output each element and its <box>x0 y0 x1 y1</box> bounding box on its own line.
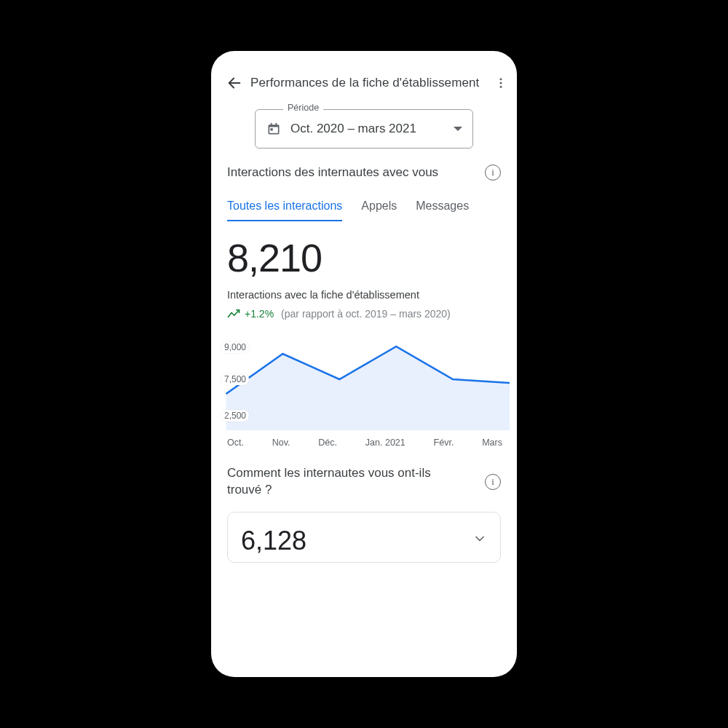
interactions-total: 8,210 <box>227 235 501 280</box>
tab-all-interactions[interactable]: Toutes les interactions <box>227 199 342 221</box>
arrow-left-icon <box>226 75 242 91</box>
calendar-icon <box>266 121 282 137</box>
interactions-chart: 9,000 7,500 2,500 Oct. Nov. Déc. Jan. 20… <box>211 336 510 452</box>
trend-value: +1.2% <box>245 308 274 320</box>
svg-rect-5 <box>271 123 272 126</box>
x-tick: Oct. <box>227 438 244 448</box>
y-tick-9000: 9,000 <box>221 341 249 353</box>
tab-messages[interactable]: Messages <box>416 199 469 221</box>
x-tick: Déc. <box>318 438 337 448</box>
more-vert-icon <box>494 76 507 90</box>
period-value: Oct. 2020 – mars 2021 <box>290 122 454 136</box>
info-icon[interactable]: i <box>485 165 501 181</box>
svg-rect-6 <box>276 123 277 126</box>
x-tick: Mars <box>482 438 502 448</box>
svg-point-0 <box>500 78 502 80</box>
svg-rect-7 <box>270 128 272 130</box>
period-selector[interactable]: Période Oct. 2020 – mars 2021 <box>255 109 473 149</box>
y-tick-2500: 2,500 <box>221 410 249 422</box>
x-tick: Nov. <box>272 438 290 448</box>
x-tick: Jan. 2021 <box>365 438 405 448</box>
period-label: Période <box>283 103 323 113</box>
trend-compare: (par rapport à oct. 2019 – mars 2020) <box>281 308 451 320</box>
interactions-heading: Interactions des internautes avec vous <box>227 165 438 180</box>
chevron-down-icon <box>472 531 487 549</box>
page-title: Performances de la fiche d'établissement <box>245 76 494 90</box>
interactions-subtitle: Interactions avec la fiche d'établisseme… <box>227 289 501 301</box>
chart-area <box>226 347 510 430</box>
how-found-card[interactable]: 6,128 <box>227 512 501 563</box>
tabs: Toutes les interactions Appels Messages <box>227 199 501 222</box>
more-menu-button[interactable] <box>494 73 508 93</box>
back-button[interactable] <box>224 73 245 93</box>
info-icon[interactable]: i <box>485 474 501 490</box>
how-found-value: 6,128 <box>241 526 306 556</box>
interactions-section: Interactions des internautes avec vous i… <box>211 165 517 320</box>
x-tick: Févr. <box>434 438 454 448</box>
how-found-heading: Comment les internautes vous ont-ils tro… <box>227 465 446 499</box>
caret-down-icon <box>454 127 462 131</box>
trend-row: +1.2% (par rapport à oct. 2019 – mars 20… <box>227 308 501 320</box>
phone-frame: Performances de la fiche d'établissement… <box>211 51 517 677</box>
x-axis-labels: Oct. Nov. Déc. Jan. 2021 Févr. Mars <box>211 433 510 448</box>
app-bar: Performances de la fiche d'établissement <box>211 67 517 105</box>
y-tick-7500: 7,500 <box>221 373 249 385</box>
svg-point-2 <box>500 86 502 88</box>
trend-up-icon <box>227 309 240 319</box>
svg-point-1 <box>500 82 502 84</box>
how-found-section: Comment les internautes vous ont-ils tro… <box>211 452 517 499</box>
period-container: Période Oct. 2020 – mars 2021 <box>211 105 517 165</box>
tab-calls[interactable]: Appels <box>361 199 397 221</box>
